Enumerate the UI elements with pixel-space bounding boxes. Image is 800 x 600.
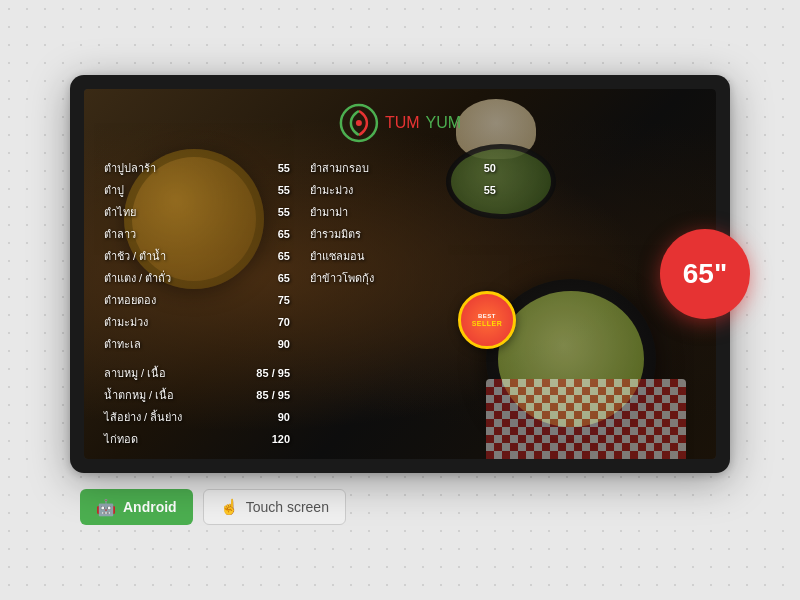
menu-item: ตำปู55 [104, 179, 290, 200]
logo-yum: YUM [426, 114, 462, 132]
item-name: ยำแซลมอน [310, 247, 365, 265]
tumyum-logo-icon [339, 103, 379, 143]
item-name: ตำปู [104, 181, 124, 199]
item-price: 50 [484, 162, 496, 174]
menu-item: ยำสามกรอบ50 [310, 157, 496, 178]
menu-item: ตำหอยดอง75 [104, 289, 290, 310]
item-price: 85 / 95 [256, 367, 290, 379]
item-price: 65 [278, 228, 290, 240]
item-name: ตำหอยดอง [104, 291, 156, 309]
item-price: 70 [278, 316, 290, 328]
item-name: ยำมะม่วง [310, 181, 353, 199]
page-wrapper: TUMYUM ตำปูปลาร้า55 ตำปู55 ตำไทย55 ตำลาว… [70, 75, 730, 525]
android-button[interactable]: 🤖 Android [80, 489, 193, 525]
menu-item: ตำมะม่วง70 [104, 311, 290, 332]
item-price: 85 / 95 [256, 389, 290, 401]
item-name: ตำปูปลาร้า [104, 159, 156, 177]
item-name: ไส้อย่าง / ลิ้นย่าง [104, 408, 182, 426]
item-price: 90 [278, 411, 290, 423]
item-price: 55 [278, 162, 290, 174]
item-name: ตำมะม่วง [104, 313, 148, 331]
best-seller-badge: BEST SELLER [458, 291, 516, 349]
menu-divider [104, 355, 290, 361]
best-seller-top: BEST [478, 313, 496, 320]
item-name: ตำแตง / ตำถั่ว [104, 269, 171, 287]
menu-item: ยำข้าวโพดกุ้ง [310, 267, 496, 288]
menu-item: น้ำตกหมู / เนื้อ85 / 95 [104, 384, 290, 405]
menu-item: ยำแซลมอน [310, 245, 496, 266]
item-price: 55 [484, 184, 496, 196]
item-name: ยำข้าวโพดกุ้ง [310, 269, 374, 287]
item-name: ตำลาว [104, 225, 136, 243]
item-name: ไก่ทอด [104, 430, 138, 448]
item-name: ลาบหมู / เนื้อ [104, 364, 166, 382]
item-price: 120 [272, 433, 290, 445]
menu-col-left: ตำปูปลาร้า55 ตำปู55 ตำไทย55 ตำลาว65 ตำช้… [104, 157, 290, 449]
menu-item: ตำปูปลาร้า55 [104, 157, 290, 178]
monitor: TUMYUM ตำปูปลาร้า55 ตำปู55 ตำไทย55 ตำลาว… [70, 75, 730, 473]
touch-label: Touch screen [246, 499, 329, 515]
logo-tum: TUM [385, 114, 420, 132]
menu-item: ตำทะเล90 [104, 333, 290, 354]
item-price: 75 [278, 294, 290, 306]
menu-item: ไส้อย่าง / ลิ้นย่าง90 [104, 406, 290, 427]
touch-screen-button[interactable]: ☝ Touch screen [203, 489, 346, 525]
menu-item: ยำมาม่า [310, 201, 496, 222]
item-price: 90 [278, 338, 290, 350]
item-name: ยำรวมมิตร [310, 225, 361, 243]
menu-item: ตำลาว65 [104, 223, 290, 244]
menu-item: ตำช้ว / ตำน้ำ65 [104, 245, 290, 266]
checkered-cloth [486, 379, 686, 459]
item-name: ยำสามกรอบ [310, 159, 369, 177]
menu-item: ยำมะม่วง55 [310, 179, 496, 200]
menu-item: ไก่ทอด120 [104, 428, 290, 449]
item-name: ยำมาม่า [310, 203, 348, 221]
menu-item: ตำไทย55 [104, 201, 290, 222]
svg-point-1 [356, 120, 362, 126]
android-label: Android [123, 499, 177, 515]
item-name: ตำช้ว / ตำน้ำ [104, 247, 166, 265]
item-price: 55 [278, 184, 290, 196]
size-badge: 65" [660, 229, 750, 319]
best-seller-bottom: SELLER [472, 320, 503, 327]
item-price: 65 [278, 272, 290, 284]
item-name: ตำไทย [104, 203, 136, 221]
bottom-buttons: 🤖 Android ☝ Touch screen [80, 489, 346, 525]
item-price: 65 [278, 250, 290, 262]
touch-icon: ☝ [220, 498, 239, 516]
screen: TUMYUM ตำปูปลาร้า55 ตำปู55 ตำไทย55 ตำลาว… [84, 89, 716, 459]
menu-item: ยำรวมมิตร [310, 223, 496, 244]
logo-area: TUMYUM [339, 103, 461, 143]
size-badge-text: 65" [683, 258, 727, 290]
item-name: ตำทะเล [104, 335, 141, 353]
android-icon: 🤖 [96, 498, 116, 517]
item-price: 55 [278, 206, 290, 218]
menu-item: ตำแตง / ตำถั่ว65 [104, 267, 290, 288]
menu-content: ตำปูปลาร้า55 ตำปู55 ตำไทย55 ตำลาว65 ตำช้… [104, 157, 496, 449]
item-name: น้ำตกหมู / เนื้อ [104, 386, 174, 404]
menu-item: ลาบหมู / เนื้อ85 / 95 [104, 362, 290, 383]
